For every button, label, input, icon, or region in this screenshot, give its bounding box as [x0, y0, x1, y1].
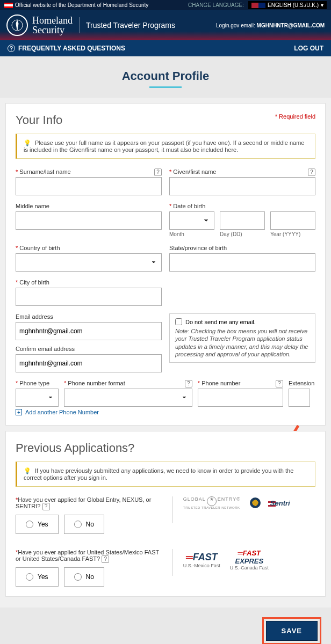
city-label: * City of birth [16, 279, 162, 286]
state-label: State/province of birth [169, 245, 315, 251]
fast-us-canada-logo: ═FASTEXPRES U.S.-Canada Fast [230, 549, 269, 570]
save-highlight: SAVE [262, 617, 321, 644]
city-input[interactable] [16, 288, 162, 306]
save-area: SAVE [0, 608, 331, 644]
phone-format-select[interactable] [64, 389, 192, 407]
q1-no-radio[interactable]: No [64, 515, 104, 534]
page-title-area: Account Profile [0, 56, 331, 98]
change-language-label: CHANGE LANGUAGE: [188, 2, 244, 8]
no-email-label: Do not send me any email. [185, 319, 256, 325]
phone-number-label: * Phone number? [198, 380, 283, 386]
us-flag-icon [4, 3, 13, 8]
extension-label: Extension [289, 380, 315, 386]
name-note-box: 💡 Please use your full name as it appear… [16, 134, 315, 159]
year-sublabel: Year (YYYY) [270, 231, 315, 237]
sentri-logo: Sentri [270, 499, 290, 507]
login-email: Login.gov email: MGHNHNTR@GMAIL.COM [216, 23, 325, 28]
add-phone-link[interactable]: + Add another Phone Number [16, 409, 315, 415]
no-email-checkbox[interactable] [175, 318, 182, 325]
help-icon[interactable]: ? [42, 503, 50, 510]
nexus-logo [250, 497, 261, 508]
q1-yes-radio[interactable]: Yes [16, 515, 59, 534]
given-name-label: * Given/first name? [169, 169, 315, 175]
surname-label: * Surname/last name? [16, 169, 162, 175]
email-opt-out-box: Do not send me any email. Note: Checking… [169, 313, 315, 363]
required-field-note: * Required field [275, 113, 315, 120]
prev-apps-title: Previous Applications? [16, 441, 315, 455]
prev-note-box: 💡 If you have previously submitted any a… [16, 462, 315, 487]
logout-link[interactable]: LOG OUT [294, 45, 323, 52]
separator [172, 496, 172, 523]
nav-bar: ? FREQUENTLY ASKED QUESTIONS LOG OUT [0, 40, 331, 56]
help-icon[interactable]: ? [154, 169, 162, 176]
your-info-title: Your Info [16, 113, 315, 127]
program-title: Trusted Traveler Programs [86, 21, 175, 30]
dob-month-select[interactable] [169, 211, 214, 230]
confirm-email-label: Confirm email address [16, 346, 162, 352]
phone-type-label: * Phone type [16, 380, 59, 386]
q2-label: *Have you ever applied for United States… [16, 549, 161, 563]
email-input[interactable] [16, 322, 162, 340]
month-sublabel: Month [169, 231, 214, 237]
site-header: Homeland Security Trusted Traveler Progr… [0, 10, 331, 40]
state-input[interactable] [169, 253, 315, 272]
middle-name-input[interactable] [16, 211, 162, 230]
middle-name-label: Middle name [16, 203, 162, 209]
flags-icon [251, 3, 265, 8]
surname-input[interactable] [16, 177, 162, 195]
language-selector[interactable]: ENGLISH (U.S./U.K.) ▾ [248, 1, 327, 9]
given-name-input[interactable] [169, 177, 315, 195]
email-label: Email address [16, 313, 162, 320]
caret-down-icon: ▾ [321, 2, 323, 8]
fast-us-mexico-logo: ═FAST U.S.-Mexico Fast [183, 552, 220, 568]
lightbulb-icon: 💡 [24, 467, 31, 474]
language-value: ENGLISH (U.S./U.K.) [268, 2, 319, 8]
q2-no-radio[interactable]: No [64, 567, 104, 587]
your-info-card: * Required field Your Info 💡 Please use … [5, 103, 326, 426]
question-icon: ? [8, 45, 15, 52]
phone-format-label: * Phone number format? [64, 380, 192, 386]
help-icon[interactable]: ? [185, 380, 192, 387]
dob-label: * Date of birth [169, 203, 315, 209]
gov-topbar: Official website of the Department of Ho… [0, 0, 331, 10]
separator [172, 549, 172, 576]
official-text: Official website of the Department of Ho… [15, 2, 148, 8]
confirm-email-input[interactable] [16, 354, 162, 372]
dob-year-input[interactable] [270, 211, 315, 230]
q1-label: *Have you ever applied for Global Entry,… [16, 496, 161, 510]
homeland-security-logo: Homeland Security [32, 16, 73, 35]
header-divider [79, 17, 80, 33]
phone-number-input[interactable] [198, 389, 283, 407]
faq-link[interactable]: ? FREQUENTLY ASKED QUESTIONS [8, 45, 125, 52]
save-button[interactable]: SAVE [266, 621, 318, 641]
dob-day-input[interactable] [220, 211, 265, 230]
q2-yes-radio[interactable]: Yes [16, 567, 59, 587]
help-icon[interactable]: ? [308, 169, 315, 176]
phone-type-select[interactable] [16, 389, 59, 407]
country-label: * Country of birth [16, 245, 162, 251]
page-title: Account Profile [122, 69, 210, 83]
country-select[interactable] [16, 253, 162, 272]
lightbulb-icon: 💡 [24, 140, 31, 146]
global-entry-logo: GLOBAL★ENTRY® TRUSTED TRAVELER NETWORK [183, 496, 240, 510]
help-icon[interactable]: ? [102, 555, 109, 563]
plus-icon: + [16, 409, 22, 415]
title-underline [149, 86, 182, 88]
extension-input[interactable] [289, 389, 310, 407]
previous-applications-card: Previous Applications? 💡 If you have pre… [5, 431, 326, 597]
dhs-seal-icon [6, 14, 28, 36]
day-sublabel: Day (DD) [220, 231, 265, 237]
help-icon[interactable]: ? [276, 380, 283, 387]
no-email-note: Note: Checking the box means you will no… [175, 327, 310, 358]
